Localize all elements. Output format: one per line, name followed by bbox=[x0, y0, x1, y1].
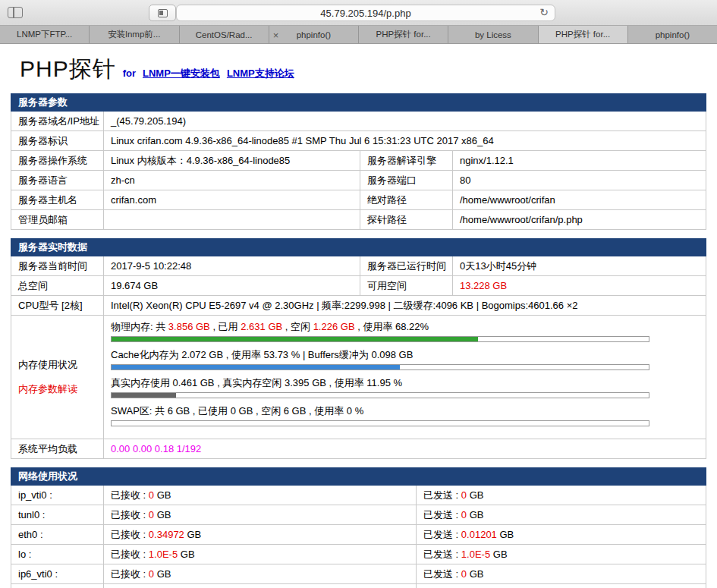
interface-name: eth0 : bbox=[11, 525, 104, 545]
table-row: 系统平均负载 0.00 0.00 0.18 1/192 bbox=[11, 439, 706, 459]
tx-value: 0 bbox=[461, 568, 467, 580]
field-value: 80 bbox=[453, 171, 706, 190]
tab-by-licess[interactable]: by Licess bbox=[448, 26, 538, 43]
tab-label: by Licess bbox=[466, 30, 520, 39]
field-value: nginx/1.12.1 bbox=[453, 151, 706, 171]
mem-used-value: 2.631 GB bbox=[241, 321, 282, 332]
link-lnmp-forum[interactable]: LNMP支持论坛 bbox=[227, 67, 294, 80]
rx-cell: 已接收 : 0 GB bbox=[104, 505, 417, 525]
tab-label: LNMP下FTP... bbox=[8, 29, 81, 40]
rx-cell: 已接收 : 0 GB bbox=[104, 584, 417, 588]
section-header-row: 网络使用状况 bbox=[11, 468, 706, 486]
memory-label: 内存使用状况 bbox=[18, 358, 96, 372]
page-title: PHP探针 bbox=[20, 54, 116, 85]
network-table: 网络使用状况 ip_vti0 : 已接收 : 0 GB 已发送 : 0 GB t… bbox=[11, 467, 706, 588]
tab-phpinfo-2[interactable]: phpinfo() bbox=[628, 26, 717, 43]
field-value bbox=[104, 210, 360, 230]
load-average-value: 0.00 0.00 0.18 1/192 bbox=[104, 439, 706, 459]
real-memory-line: 真实内存使用 0.461 GB , 真实内存空闲 3.395 GB , 使用率 … bbox=[111, 376, 699, 389]
field-value: Linux 内核版本：4.9.36-x86_64-linode85 bbox=[104, 151, 360, 171]
bar-fill bbox=[112, 337, 478, 341]
swap-line: SWAP区: 共 6 GB , 已使用 0 GB , 空闲 6 GB , 使用率… bbox=[111, 404, 699, 417]
tx-value: 0 bbox=[461, 489, 467, 501]
tab-label: CentOS/Rad... bbox=[187, 30, 262, 39]
page-content: PHP探针 for LNMP一键安装包 LNMP支持论坛 服务器参数 服务器域名… bbox=[0, 44, 717, 588]
address-bar[interactable]: 45.79.205.194/p.php ↻ bbox=[176, 5, 555, 21]
field-value: Intel(R) Xeon(R) CPU E5-2697 v4 @ 2.30GH… bbox=[104, 296, 706, 316]
field-value: 13.228 GB bbox=[453, 276, 706, 296]
tx-value: 0 bbox=[461, 509, 467, 520]
field-label: 系统平均负载 bbox=[11, 439, 104, 459]
field-label: CPU型号 [2核] bbox=[11, 296, 104, 316]
field-value: 2017-9-5 10:22:48 bbox=[104, 256, 360, 276]
field-label: 可用空间 bbox=[360, 276, 453, 296]
table-row: 总空间 19.674 GB 可用空间 13.228 GB bbox=[11, 276, 706, 296]
tab-php-probe-1[interactable]: PHP探针 for... bbox=[359, 26, 448, 43]
table-row: tunl0 : 已接收 : 0 GB 已发送 : 0 GB bbox=[11, 505, 706, 525]
table-row: CPU型号 [2核] Intel(R) Xeon(R) CPU E5-2697 … bbox=[11, 296, 706, 316]
page-header: PHP探针 for LNMP一键安装包 LNMP支持论坛 bbox=[11, 44, 706, 93]
field-label: 服务器操作系统 bbox=[11, 151, 104, 171]
sidebar-toggle-button[interactable] bbox=[8, 7, 23, 18]
sidebar-icon bbox=[8, 7, 23, 18]
tab-label: PHP探针 for... bbox=[367, 29, 440, 40]
server-params-table: 服务器参数 服务器域名/IP地址 _(45.79.205.194) 服务器标识 … bbox=[11, 93, 706, 230]
tab-centos[interactable]: CentOS/Rad... bbox=[180, 26, 269, 43]
link-lnmp-package[interactable]: LNMP一键安装包 bbox=[143, 67, 220, 80]
bar-fill bbox=[112, 365, 400, 369]
tx-cell: 已发送 : 0 GB bbox=[417, 564, 706, 584]
cache-memory-bar bbox=[111, 364, 649, 370]
rx-value: 0 bbox=[149, 489, 154, 501]
reload-icon[interactable]: ↻ bbox=[539, 6, 549, 18]
interface-name: lo : bbox=[11, 545, 104, 564]
tx-cell: 已发送 : 0 GB bbox=[417, 505, 706, 525]
bar-fill bbox=[112, 393, 176, 398]
tx-cell: 已发送 : 0 GB bbox=[417, 486, 706, 505]
section-header-row: 服务器实时数据 bbox=[11, 239, 706, 256]
rx-cell: 已接收 : 1.0E-5 GB bbox=[104, 545, 417, 564]
table-row: 服务器主机名 crifan.com 绝对路径 /home/wwwroot/cri… bbox=[11, 190, 706, 210]
swap-bar bbox=[111, 420, 649, 426]
memory-help-link[interactable]: 内存参数解读 bbox=[18, 382, 96, 396]
table-row: 服务器语言 zh-cn 服务器端口 80 bbox=[11, 171, 706, 190]
url-text: 45.79.205.194/p.php bbox=[320, 8, 410, 19]
tab-label: phpinfo() bbox=[288, 30, 340, 39]
field-label: 探针路径 bbox=[360, 210, 453, 230]
cache-memory-line: Cache化内存为 2.072 GB , 使用率 53.73 % | Buffe… bbox=[111, 348, 699, 361]
field-value: 0天13小时45分钟 bbox=[453, 256, 706, 276]
table-row: ip6_vti0 : 已接收 : 0 GB 已发送 : 0 GB bbox=[11, 564, 706, 584]
reader-button[interactable] bbox=[149, 5, 176, 21]
tab-phpinfo-1[interactable]: × phpinfo() bbox=[269, 26, 359, 43]
realtime-table: 服务器实时数据 服务器当前时间 2017-9-5 10:22:48 服务器已运行… bbox=[11, 238, 706, 459]
field-label: 服务器当前时间 bbox=[11, 256, 104, 276]
memory-detail-cell: 物理内存: 共 3.856 GB , 已用 2.631 GB , 空闲 1.22… bbox=[104, 316, 706, 439]
field-value: zh-cn bbox=[104, 171, 360, 190]
rx-cell: 已接收 : 0 GB bbox=[104, 564, 417, 584]
field-label: 服务器已运行时间 bbox=[360, 256, 453, 276]
interface-name: gretap0 : bbox=[11, 584, 104, 588]
tab-label: PHP探针 for... bbox=[546, 29, 619, 40]
tab-lnmp-ftp[interactable]: LNMP下FTP... bbox=[0, 26, 90, 43]
memory-row: 内存使用状况 内存参数解读 物理内存: 共 3.856 GB , 已用 2.63… bbox=[11, 316, 706, 439]
section-title: 服务器实时数据 bbox=[11, 239, 706, 256]
memory-label-cell: 内存使用状况 内存参数解读 bbox=[11, 316, 104, 439]
field-label: 总空间 bbox=[11, 276, 104, 296]
field-label: 服务器语言 bbox=[11, 171, 104, 190]
tx-cell: 已发送 : 0.01201 GB bbox=[417, 525, 706, 545]
field-value: /home/wwwroot/crifan bbox=[453, 190, 706, 210]
rx-value: 0 bbox=[149, 568, 154, 580]
field-value: /home/wwwroot/crifan/p.php bbox=[453, 210, 706, 230]
browser-toolbar: 45.79.205.194/p.php ↻ bbox=[0, 0, 717, 26]
physical-memory-bar bbox=[111, 336, 649, 342]
rx-value: 1.0E-5 bbox=[149, 549, 178, 560]
tab-php-probe-active[interactable]: PHP探针 for... bbox=[539, 26, 628, 43]
section-title: 网络使用状况 bbox=[11, 468, 706, 486]
interface-name: tunl0 : bbox=[11, 505, 104, 525]
section-header-row: 服务器参数 bbox=[11, 94, 706, 112]
tab-close-icon[interactable]: × bbox=[273, 30, 279, 39]
tx-cell: 已发送 : 0 GB bbox=[417, 584, 706, 588]
rx-cell: 已接收 : 0.34972 GB bbox=[104, 525, 417, 545]
mem-free-value: 1.226 GB bbox=[313, 321, 355, 332]
tab-install-lnmp[interactable]: 安装lnmp前... bbox=[90, 26, 179, 43]
interface-name: ip_vti0 : bbox=[11, 486, 104, 505]
